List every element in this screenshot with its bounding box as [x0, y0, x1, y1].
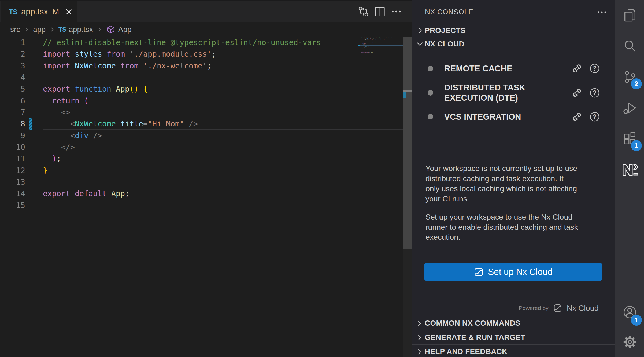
- section-help-and-feedback[interactable]: HELP AND FEEDBACK: [412, 344, 615, 357]
- line-number: 1: [0, 38, 25, 47]
- editor-actions: [358, 2, 402, 21]
- line-number: 2: [0, 50, 25, 59]
- nx-console-icon[interactable]: [615, 156, 644, 184]
- more-actions-icon[interactable]: [596, 8, 608, 16]
- code-line[interactable]: 13: [0, 176, 403, 188]
- svg-text:?: ?: [593, 113, 597, 120]
- question-icon[interactable]: ?: [589, 63, 600, 74]
- typescript-file-icon: TS: [9, 8, 17, 16]
- line-number: 10: [0, 143, 25, 152]
- question-icon[interactable]: ?: [589, 111, 600, 122]
- symbol-class-icon: [106, 25, 116, 34]
- settings-gear-icon[interactable]: [615, 328, 644, 356]
- git-modified-badge: M: [53, 8, 59, 16]
- code-line[interactable]: 15: [0, 200, 403, 211]
- code-line[interactable]: 6 return (: [0, 95, 403, 107]
- svg-text:?: ?: [593, 65, 597, 72]
- code-line[interactable]: 1// eslint-disable-next-line @typescript…: [0, 37, 403, 48]
- nx-cloud-icon: [553, 304, 562, 313]
- source-control-badge: 2: [631, 78, 642, 89]
- open-changes-icon[interactable]: [358, 6, 369, 17]
- close-icon[interactable]: [64, 7, 73, 16]
- section-projects[interactable]: PROJECTS: [412, 24, 615, 37]
- code-line[interactable]: 8 <NxWelcome title="Hi Mom" />: [0, 118, 403, 130]
- code-lines: 1// eslint-disable-next-line @typescript…: [0, 37, 412, 357]
- code-text: export function App() {: [43, 83, 148, 95]
- search-icon[interactable]: [615, 32, 644, 60]
- line-number: 6: [0, 96, 25, 105]
- code-text: <div />: [43, 130, 102, 141]
- line-number: 8: [0, 119, 25, 128]
- sidebar-title-row: NX CONSOLE: [412, 0, 615, 24]
- code-line[interactable]: 7 <>: [0, 107, 403, 118]
- chevron-right-icon: [97, 27, 102, 32]
- setup-nx-cloud-button[interactable]: Set up Nx Cloud: [424, 263, 602, 281]
- overview-ruler-cursor-mark: [403, 90, 412, 92]
- line-number: 3: [0, 61, 25, 70]
- more-actions-icon[interactable]: [390, 6, 402, 17]
- account-icon[interactable]: 1: [615, 298, 644, 326]
- svg-text:?: ?: [593, 89, 597, 96]
- section-generate-run-target[interactable]: GENERATE & RUN TARGET: [412, 330, 615, 344]
- connect-icon[interactable]: [572, 63, 582, 74]
- explorer-icon[interactable]: [615, 1, 644, 29]
- section-nx-cloud[interactable]: NX CLOUD: [412, 37, 615, 51]
- split-editor-icon[interactable]: [374, 6, 386, 17]
- sidebar-title: NX CONSOLE: [425, 8, 473, 16]
- code-line[interactable]: 2import styles from './app.module.css';: [0, 48, 403, 60]
- breadcrumb: src app TS app.tsx App: [0, 22, 412, 37]
- nx-cloud-icon: [474, 267, 484, 277]
- code-text: return (: [43, 95, 88, 107]
- code-text: import NxWelcome from './nx-welcome';: [43, 60, 212, 72]
- code-text: );: [43, 153, 61, 165]
- code-line[interactable]: 3import NxWelcome from './nx-welcome';: [0, 60, 403, 72]
- overview-ruler-modified-mark: [403, 92, 406, 98]
- connect-icon[interactable]: [572, 88, 582, 98]
- code-line[interactable]: 11 );: [0, 153, 403, 165]
- code-line[interactable]: 4: [0, 72, 403, 83]
- minimap[interactable]: // eslint-disable-next-line @typescript-…: [358, 37, 403, 246]
- vscode-window: TS app.tsx M: [0, 0, 644, 357]
- extensions-icon[interactable]: 1: [615, 125, 644, 153]
- breadcrumb-symbol[interactable]: App: [106, 25, 132, 34]
- line-number: 13: [0, 178, 25, 187]
- breadcrumb-file[interactable]: TS app.tsx: [58, 25, 93, 34]
- chevron-right-icon: [49, 27, 55, 32]
- breadcrumb-app[interactable]: app: [33, 25, 46, 34]
- source-control-icon[interactable]: 2: [615, 63, 644, 91]
- chevron-right-icon: [24, 27, 29, 32]
- code-line[interactable]: 12}: [0, 165, 403, 176]
- code-text: <NxWelcome title="Hi Mom" />: [43, 118, 198, 130]
- line-number: 15: [0, 201, 25, 210]
- code-line[interactable]: 10 </>: [0, 141, 403, 153]
- question-icon[interactable]: ?: [589, 88, 600, 98]
- chevron-right-icon: [415, 334, 423, 342]
- line-number: 14: [0, 189, 25, 198]
- scrollbar-slider[interactable]: [403, 37, 412, 249]
- code-editor[interactable]: 1// eslint-disable-next-line @typescript…: [0, 37, 412, 357]
- code-line[interactable]: 14export default App;: [0, 188, 403, 199]
- workspace-description: Your workspace is not currently set up t…: [425, 163, 610, 204]
- nx-cloud-brand-label[interactable]: Nx Cloud: [567, 304, 599, 313]
- connect-icon[interactable]: [572, 111, 582, 122]
- code-line[interactable]: 5export function App() {: [0, 83, 403, 95]
- section-common-nx-commands[interactable]: COMMON NX COMMANDS: [412, 316, 615, 330]
- powered-by-row: Powered by Nx Cloud: [519, 303, 599, 314]
- line-number: 7: [0, 108, 25, 117]
- bullet-icon: [428, 90, 433, 96]
- breadcrumb-src[interactable]: src: [10, 25, 20, 34]
- activity-bar: 2 1: [615, 0, 644, 357]
- code-text: export default App;: [43, 188, 129, 199]
- chevron-right-icon: [415, 26, 424, 35]
- bullet-icon: [428, 66, 433, 71]
- tab-filename: app.tsx: [21, 7, 48, 17]
- tab-app-tsx[interactable]: TS app.tsx M: [1, 1, 77, 22]
- powered-by-label: Powered by: [519, 305, 549, 311]
- line-number: 11: [0, 154, 25, 163]
- line-number: 4: [0, 73, 25, 82]
- separator: [425, 147, 603, 147]
- code-text: <>: [43, 107, 70, 118]
- code-line[interactable]: 9 <div />: [0, 130, 403, 141]
- run-and-debug-icon[interactable]: [615, 94, 644, 122]
- tab-bar: TS app.tsx M: [0, 0, 412, 22]
